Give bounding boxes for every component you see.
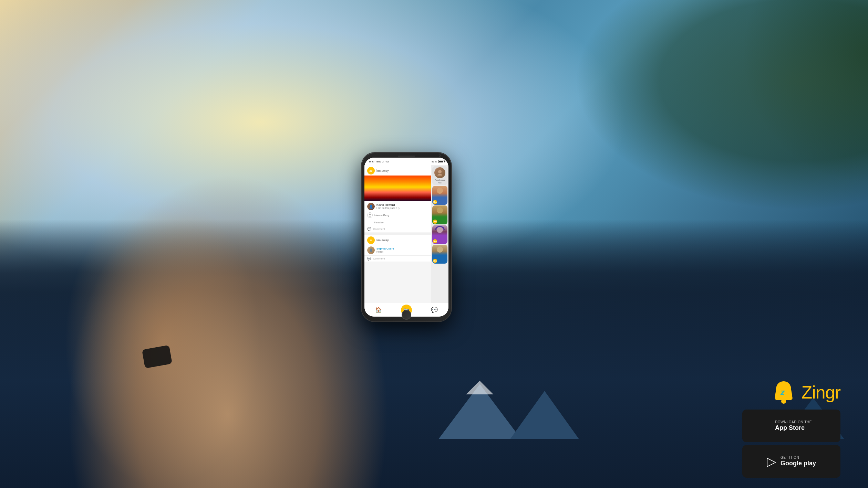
km-badge-4: 1km [433, 239, 437, 243]
home-icon: 🏠 [375, 307, 382, 313]
main-avatar-content [434, 167, 445, 178]
post-1: 20 km away [364, 165, 431, 232]
km-badge-5: 1km [433, 259, 437, 263]
sophia-message: Hello!! [376, 251, 428, 253]
comment-row-2[interactable]: 💬 Comment [364, 255, 431, 262]
apple-store-button[interactable]: Download on the App Store [742, 410, 840, 442]
zingr-z: Z [802, 382, 812, 402]
distance-badge-2: 8 [367, 236, 375, 244]
watch [142, 345, 172, 368]
comment-row-1[interactable]: 💬 Comment [364, 226, 431, 232]
km-badge-3: 1km [433, 220, 437, 224]
google-small-text: GET IT ON [781, 456, 799, 460]
hand-area [0, 0, 651, 488]
user-row-kevin: 👤 Kevin Howard I am on this place !! :) [364, 201, 431, 212]
svg-point-3 [781, 399, 786, 404]
hanna-name: Hanna Berg [374, 214, 389, 217]
google-big-text: Google play [781, 460, 816, 467]
apple-small-text: Download on the [775, 420, 812, 424]
profile-photo-main [434, 167, 445, 178]
google-store-text: GET IT ON Google play [781, 456, 816, 467]
checkin-icon [367, 212, 373, 218]
kevin-avatar: 👤 [367, 203, 375, 210]
kevin-info: Kevin Howard I am on this place !! :) [376, 203, 428, 210]
people-label-profile[interactable]: People near You [432, 166, 447, 185]
zingr-logo: z Zingr [770, 379, 840, 406]
post-2: 8 km away 👤 Sophia Claire [364, 235, 431, 262]
face-2 [437, 188, 443, 194]
nearby-profile-3[interactable]: 1km [432, 205, 447, 224]
distance-row-2: 8 km away [364, 235, 431, 245]
zingr-text: Zingr [802, 382, 840, 403]
headphones [435, 226, 445, 230]
kevin-face: 👤 [367, 203, 375, 210]
kevin-name: Kevin Howard [376, 203, 428, 207]
person-icon [368, 213, 372, 217]
status-bar: ●●●○ Tele2 LT 4G 83 % [364, 158, 448, 165]
apple-big-text: App Store [775, 424, 805, 432]
signal-dots: ●●●○ [369, 160, 374, 163]
sophia-icon: 👤 [369, 248, 373, 252]
status-left: ●●●○ Tele2 LT 4G [369, 160, 389, 163]
kevin-message: I am on this place !! :) [376, 207, 428, 210]
home-button[interactable] [402, 310, 411, 320]
battery-icon [438, 160, 444, 163]
people-panel: People near You 1km 1km [431, 165, 448, 303]
nearby-profile-2[interactable]: 1km [432, 186, 447, 205]
app-content: 20 km away [364, 165, 448, 303]
store-buttons: Download on the App Store ▷ GET IT ON Go… [742, 410, 840, 478]
google-play-button[interactable]: ▷ GET IT ON Google play [742, 445, 840, 478]
comment-icon-1: 💬 [367, 227, 371, 231]
nearby-profile-5[interactable]: 1km [432, 245, 447, 264]
distance-label-2: km away [376, 238, 389, 242]
apple-store-text: Download on the App Store [775, 420, 812, 432]
sophia-name: Sophia Claire [376, 247, 428, 251]
face-5 [437, 246, 443, 253]
zingr-bell-icon: z [770, 379, 797, 406]
status-right: 83 % [432, 160, 444, 163]
sophia-avatar: 👤 [367, 246, 375, 254]
comment-icon-2: 💬 [367, 257, 371, 261]
comment-label-1: Comment [373, 227, 385, 231]
distance-label-1: km away [376, 169, 389, 172]
hanna-location-row: Paradise! [364, 219, 431, 226]
bottom-right-panel: z Zingr Download on the App Store ▷ GET … [742, 379, 840, 478]
km-badge-2: 1km [433, 200, 437, 204]
svg-point-1 [438, 170, 442, 173]
sophia-face: 👤 [367, 246, 375, 254]
man-svg [436, 169, 443, 176]
nearby-profile-4[interactable]: 1km [432, 225, 447, 244]
svg-point-0 [369, 214, 371, 215]
phone-body: ●●●○ Tele2 LT 4G 83 % [362, 153, 451, 321]
battery-percent: 83 % [432, 160, 437, 163]
battery-fill [439, 161, 443, 162]
phone-speaker [398, 156, 415, 157]
chat-icon: 💬 [431, 307, 438, 313]
nav-chat[interactable]: 💬 [421, 303, 448, 317]
distance-row-1: 20 km away [364, 165, 431, 176]
people-near-label: People near You [432, 179, 447, 184]
network: 4G [385, 160, 389, 163]
sophia-info: Sophia Claire Hello!! [376, 247, 428, 253]
user-row-sophia: 👤 Sophia Claire Hello!! [364, 245, 431, 255]
google-play-icon: ▷ [767, 454, 776, 469]
ocean [364, 193, 431, 201]
checkin-row-hanna: Hanna Berg [364, 212, 431, 219]
nav-home[interactable]: 🏠 [364, 303, 392, 317]
distance-badge-1: 20 [367, 167, 375, 174]
carrier: Tele2 LT [375, 160, 384, 163]
phone-screen: ●●●○ Tele2 LT 4G 83 % [364, 158, 448, 317]
phone: ●●●○ Tele2 LT 4G 83 % [362, 153, 451, 321]
feed-panel: 20 km away [364, 165, 431, 303]
face-3 [437, 207, 443, 213]
bell-svg: z [770, 379, 797, 406]
post-image-1 [364, 176, 431, 201]
comment-label-2: Comment [373, 257, 385, 260]
zingr-name: ingr [812, 382, 840, 402]
svg-text:z: z [780, 388, 785, 397]
phone-camera [439, 155, 441, 157]
kevin-icon: 👤 [369, 205, 373, 209]
hanna-location: Paradise! [374, 221, 384, 224]
